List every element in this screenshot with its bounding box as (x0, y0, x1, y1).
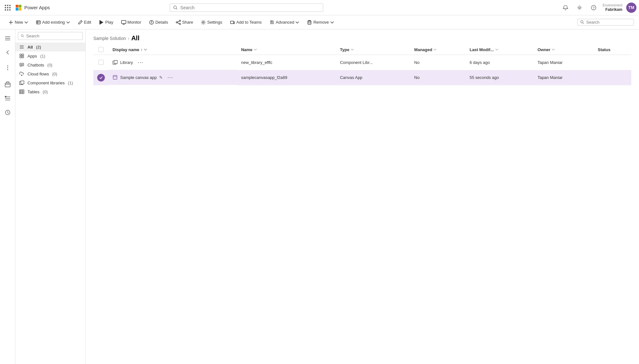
sidebar-item-chatbots[interactable]: Chatbots (0) (15, 60, 85, 69)
svg-line-45 (583, 23, 584, 24)
add-existing-button[interactable]: Add existing (33, 19, 73, 26)
breadcrumb-separator: › (128, 36, 129, 41)
hamburger-icon[interactable] (1, 32, 14, 45)
canvas-name-cell: samplecanvasapp_f2a89 (237, 70, 336, 85)
managed-sort-icon[interactable] (433, 48, 437, 51)
canvas-row-actions[interactable]: ⋯ (165, 73, 175, 81)
table-row: Library ⋯ new_library_efffc Component Li… (93, 55, 631, 70)
svg-rect-3 (5, 7, 6, 8)
help-icon[interactable]: ? (588, 3, 599, 13)
row-select-library[interactable] (98, 60, 104, 65)
col-header-name[interactable]: Name (237, 44, 336, 55)
select-all-header[interactable] (93, 44, 109, 55)
more-icon[interactable] (1, 61, 14, 74)
commandbar-search-box[interactable] (577, 19, 634, 26)
sidebar-item-component-libraries[interactable]: Component libraries (1) (15, 78, 85, 87)
new-button[interactable]: New (5, 19, 31, 26)
select-all-checkbox[interactable] (98, 47, 104, 52)
col-header-last-modified[interactable]: Last Modif... (466, 44, 534, 55)
col-header-display-name[interactable]: Display name ↑ (109, 44, 237, 55)
table-row: Sample canvas app ✎ ⋯ samplecanvasapp_f2… (93, 70, 631, 85)
sidebar-item-all-label: All (27, 45, 33, 50)
main-layout: All (2) Apps (1) Chatbots (0) Cloud flow… (0, 29, 639, 364)
svg-rect-24 (121, 20, 126, 24)
breadcrumb: Sample Solution › All (86, 29, 639, 44)
notification-icon[interactable] (560, 3, 571, 13)
owner-sort-icon[interactable] (552, 48, 555, 51)
canvas-row-icon (113, 75, 118, 80)
svg-point-35 (203, 21, 204, 23)
svg-rect-52 (5, 83, 10, 87)
remove-button[interactable]: Remove (304, 19, 337, 26)
details-button[interactable]: Details (146, 19, 171, 26)
share-button[interactable]: Share (173, 19, 197, 26)
sidebar-search-input[interactable] (26, 34, 80, 38)
svg-point-44 (581, 21, 583, 23)
settings-topbar-icon[interactable] (574, 3, 585, 13)
sidebar-item-apps-count: (1) (40, 54, 45, 58)
content-area: Sample Solution › All Display name ↑ (86, 29, 639, 364)
svg-point-71 (22, 64, 23, 65)
settings-button[interactable]: Settings (198, 19, 225, 26)
svg-text:?: ? (593, 6, 595, 10)
list-icon[interactable] (1, 92, 14, 105)
table-body: Library ⋯ new_library_efffc Component Li… (93, 55, 631, 85)
breadcrumb-current: All (131, 35, 140, 42)
name-sort-icon[interactable] (254, 48, 257, 51)
col-header-status[interactable]: Status (594, 44, 631, 55)
topbar: Power Apps ? Environment Fabrikam TM (0, 0, 639, 15)
sidebar-item-cloud-flows[interactable]: Cloud flows (0) (15, 69, 85, 78)
commandbar-search-input[interactable] (586, 20, 631, 25)
svg-line-34 (177, 23, 179, 24)
sort-asc-icon: ↑ (141, 47, 143, 52)
svg-point-70 (21, 64, 21, 65)
environment-name: Fabrikam (605, 7, 622, 12)
sidebar-item-all[interactable]: All (2) (15, 43, 85, 51)
canvas-type-cell: Canvas App (336, 70, 410, 85)
svg-rect-65 (20, 54, 21, 56)
play-button[interactable]: Play (96, 19, 116, 26)
advanced-button[interactable]: Advanced (266, 19, 303, 26)
history-icon[interactable] (1, 106, 14, 119)
sidebar: All (2) Apps (1) Chatbots (0) Cloud flow… (15, 29, 86, 364)
svg-rect-73 (21, 81, 24, 84)
col-header-managed[interactable]: Managed (410, 44, 466, 55)
sidebar-search-box[interactable] (18, 32, 83, 40)
breadcrumb-parent[interactable]: Sample Solution (93, 36, 126, 41)
col-header-type[interactable]: Type (336, 44, 410, 55)
waffle-icon[interactable] (3, 3, 13, 13)
col-header-owner[interactable]: Owner (534, 44, 594, 55)
canvas-display-name-cell: Sample canvas app ✎ ⋯ (109, 70, 237, 85)
svg-rect-20 (36, 21, 40, 24)
sort-toggle-icon[interactable] (144, 48, 147, 51)
back-icon[interactable] (1, 46, 14, 59)
canvas-owner-cell: Tapan Maniar (534, 70, 594, 85)
canvas-managed-cell: No (410, 70, 466, 85)
topbar-right: ? Environment Fabrikam TM (560, 3, 636, 13)
environment-selector[interactable]: Environment Fabrikam (603, 3, 622, 12)
sidebar-item-tables[interactable]: Tables (0) (15, 87, 85, 96)
last-modified-sort-icon[interactable] (495, 48, 498, 51)
svg-point-30 (179, 20, 181, 21)
svg-point-60 (21, 35, 23, 36)
sidebar-item-cloud-flows-label: Cloud flows (27, 72, 49, 76)
svg-rect-67 (20, 56, 21, 58)
solutions-icon[interactable] (1, 78, 14, 91)
row-checkbox-canvas[interactable] (93, 70, 109, 85)
row-checkbox-library[interactable] (93, 55, 109, 70)
library-row-actions[interactable]: ⋯ (136, 58, 145, 66)
topbar-search-box[interactable] (170, 4, 323, 12)
library-display-name-cell: Library ⋯ (109, 55, 237, 70)
monitor-button[interactable]: Monitor (118, 19, 144, 26)
user-avatar[interactable]: TM (626, 3, 636, 13)
commandbar: New Add existing Edit Play Monitor Detai… (0, 15, 639, 29)
canvas-edit-icon[interactable]: ✎ (159, 75, 163, 80)
svg-rect-53 (6, 82, 9, 83)
svg-rect-74 (19, 90, 24, 94)
topbar-search-input[interactable] (180, 5, 320, 10)
sidebar-item-component-libraries-label: Component libraries (27, 81, 65, 85)
edit-button[interactable]: Edit (74, 19, 94, 26)
type-sort-icon[interactable] (351, 48, 354, 51)
sidebar-item-apps[interactable]: Apps (1) (15, 51, 85, 60)
add-to-teams-button[interactable]: Add to Teams (227, 19, 265, 26)
